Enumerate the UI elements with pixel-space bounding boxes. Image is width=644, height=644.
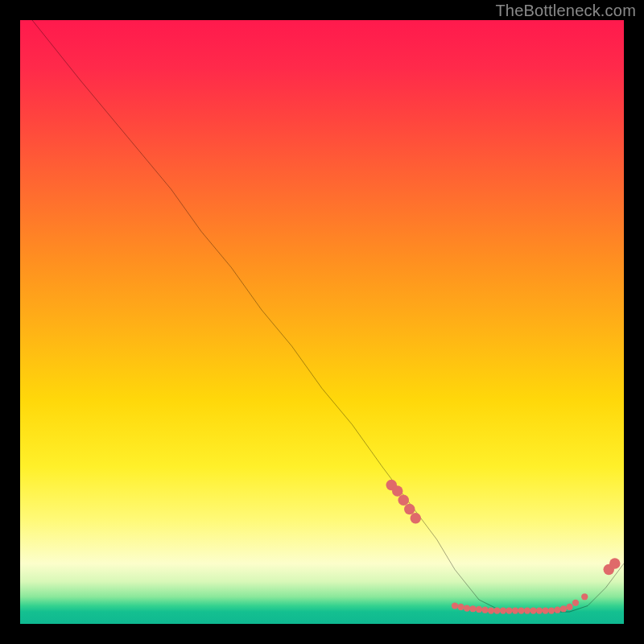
data-point bbox=[493, 607, 500, 613]
data-point bbox=[554, 607, 560, 613]
data-point bbox=[560, 605, 567, 612]
data-point bbox=[542, 607, 548, 613]
data-point bbox=[512, 607, 518, 613]
data-point bbox=[609, 558, 621, 569]
data-markers bbox=[386, 480, 621, 614]
data-point bbox=[500, 607, 506, 613]
data-point bbox=[548, 607, 555, 613]
data-point bbox=[572, 600, 579, 606]
watermark-text: TheBottleneck.com bbox=[495, 2, 636, 20]
data-point bbox=[481, 607, 488, 613]
chart-svg bbox=[20, 20, 624, 624]
data-point bbox=[452, 602, 458, 609]
data-point bbox=[404, 504, 415, 515]
data-point bbox=[566, 604, 572, 610]
data-point bbox=[392, 485, 402, 497]
data-point bbox=[457, 604, 464, 610]
data-point bbox=[411, 513, 422, 524]
data-point bbox=[536, 607, 543, 613]
data-point bbox=[476, 606, 482, 613]
chart-frame: TheBottleneck.com bbox=[0, 0, 644, 644]
curve-line bbox=[32, 20, 624, 612]
data-point bbox=[524, 607, 530, 613]
data-point bbox=[464, 605, 470, 611]
data-point bbox=[506, 607, 512, 613]
data-point bbox=[530, 607, 536, 613]
data-point bbox=[398, 495, 410, 506]
data-point bbox=[469, 605, 476, 612]
data-point bbox=[581, 593, 588, 600]
data-point bbox=[488, 607, 494, 613]
data-point bbox=[518, 607, 524, 613]
